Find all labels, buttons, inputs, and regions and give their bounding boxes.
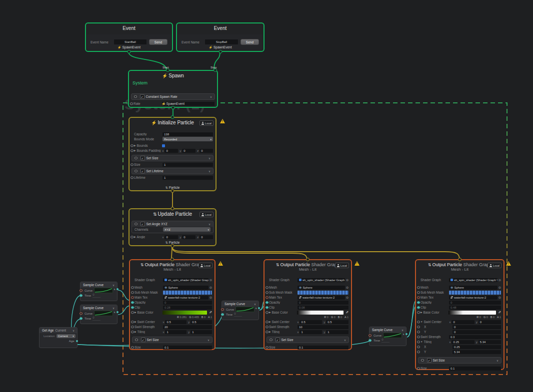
block-activation-port[interactable] bbox=[270, 339, 272, 342]
set-angle-block[interactable]: ✓ Set Angle XYZ ∨ Channels XYZ▾ bbox=[132, 221, 214, 233]
sub-mesh-mask-field[interactable] bbox=[298, 291, 348, 295]
object-picker-icon[interactable]: ⊙ bbox=[498, 286, 501, 289]
warning-icon[interactable] bbox=[506, 261, 511, 266]
collapse-arrow-icon[interactable]: ▼ bbox=[420, 321, 422, 323]
base-color-b[interactable]: 0 bbox=[340, 316, 342, 319]
expand-arrow-icon[interactable]: ▶ bbox=[134, 321, 136, 323]
get-age-node[interactable]: Get Age Current ∨ Location Current▾ Age bbox=[39, 327, 78, 348]
event2-name-input[interactable]: StopBall bbox=[205, 39, 238, 44]
event-node-2[interactable]: Event Event Name StopBall Send ⚡SpawnEve… bbox=[176, 22, 264, 52]
sub-mesh-mask-port[interactable] bbox=[417, 291, 420, 294]
swirl-center-x[interactable]: 0.5 bbox=[165, 320, 186, 324]
main-tex-port[interactable] bbox=[266, 296, 268, 299]
angle-x[interactable]: 0 bbox=[164, 235, 178, 239]
base-color-g[interactable]: 0 bbox=[334, 316, 336, 319]
object-picker-icon[interactable]: ⊙ bbox=[210, 278, 212, 282]
set-size-block[interactable]: ✓ Set Size ∨ bbox=[132, 155, 214, 161]
base-color-b[interactable]: 0 bbox=[493, 316, 494, 319]
base-color-a[interactable]: 1 bbox=[347, 316, 348, 319]
curve-input-port[interactable] bbox=[80, 289, 82, 292]
chevron-down-icon[interactable]: ∨ bbox=[208, 223, 210, 226]
set-size-checkbox[interactable]: ✓ bbox=[141, 338, 146, 342]
output2-input-port[interactable] bbox=[306, 258, 310, 261]
expand-arrow-icon[interactable]: ▶ bbox=[134, 149, 136, 152]
chevron-down-icon[interactable]: ∨ bbox=[208, 170, 210, 173]
swirl-strength-port[interactable] bbox=[266, 326, 268, 329]
time-input-port[interactable] bbox=[80, 294, 82, 297]
collapse-arrow-icon[interactable]: ▼ bbox=[420, 341, 422, 343]
tiling-port[interactable] bbox=[131, 331, 134, 334]
sample-output-port[interactable] bbox=[116, 311, 119, 314]
expand-arrow-icon[interactable]: ▶ bbox=[134, 236, 136, 238]
constant-spawn-rate-block[interactable]: ✓ Constant Spawn Rate ∨ bbox=[131, 93, 215, 100]
block-activation-port[interactable] bbox=[134, 170, 138, 173]
initialize-output-port[interactable] bbox=[171, 189, 174, 193]
mesh-field[interactable]: ⊕Sphere bbox=[449, 286, 498, 290]
clip-port[interactable] bbox=[417, 306, 420, 309]
swirl-strength-value[interactable]: 10 bbox=[298, 325, 348, 329]
main-tex-port[interactable] bbox=[417, 296, 420, 299]
tiling-x-row[interactable]: 0.25 bbox=[452, 345, 501, 349]
time-input-port[interactable] bbox=[368, 339, 372, 342]
curve-input-port[interactable] bbox=[80, 312, 82, 315]
swirl-center-y[interactable]: 0 bbox=[478, 320, 501, 324]
output-particle-node-1[interactable]: ⇅Output Particle Shader Graph Local Mesh… bbox=[129, 259, 216, 350]
initialize-particle-node[interactable]: ⚡Initialize Particle Local Capacity 138 … bbox=[128, 117, 216, 191]
angle-port[interactable] bbox=[130, 236, 134, 239]
local-badge[interactable]: Local bbox=[488, 263, 502, 268]
output-particle-node-3[interactable]: ⇅Output Particle Shader Graph Local Mesh… bbox=[415, 259, 504, 370]
swirl-strength-port[interactable] bbox=[417, 336, 420, 339]
base-color-port[interactable] bbox=[131, 311, 134, 314]
sub-mesh-mask-port[interactable] bbox=[131, 291, 134, 294]
capacity-input[interactable]: 138 bbox=[162, 132, 213, 136]
chevron-down-icon[interactable]: ∨ bbox=[208, 339, 210, 342]
bounds-padding-z[interactable]: 0 bbox=[200, 149, 213, 153]
time-input-port[interactable] bbox=[221, 313, 224, 316]
size-port[interactable] bbox=[266, 346, 268, 349]
set-size-block[interactable]: ✓ Set Size ∨ bbox=[418, 357, 502, 364]
swirl-center-x-row[interactable]: 0 bbox=[452, 325, 501, 329]
event1-name-input[interactable]: StartBall bbox=[114, 39, 146, 44]
base-color-r[interactable]: 0 bbox=[480, 316, 481, 319]
local-badge[interactable]: Local bbox=[200, 120, 214, 126]
chevron-down-icon[interactable]: ∨ bbox=[208, 157, 210, 160]
opacity-port[interactable] bbox=[131, 301, 134, 304]
sample-curve-node-2[interactable]: Sample Curve∨ Curve s Time 0 bbox=[80, 305, 118, 324]
swirl-center-y-port[interactable] bbox=[417, 331, 420, 334]
swirl-strength-value[interactable]: 0.3 bbox=[449, 335, 501, 339]
time-value[interactable]: 0 bbox=[382, 338, 390, 343]
spawn-start-port[interactable] bbox=[166, 68, 170, 72]
tiling-x[interactable]: 1 bbox=[300, 330, 322, 334]
chevron-down-icon[interactable]: ∨ bbox=[254, 303, 256, 306]
time-value[interactable]: 0 bbox=[92, 316, 100, 321]
angle-y[interactable]: 0 bbox=[182, 235, 196, 239]
set-size-block[interactable]: ✓ Set Size ∨ bbox=[266, 337, 349, 343]
bounds-mode-dropdown[interactable]: Recorded▾ bbox=[162, 137, 213, 141]
sample-output-port[interactable] bbox=[406, 333, 408, 336]
sample-output-port[interactable] bbox=[258, 307, 260, 310]
tiling-y[interactable]: 5.34 bbox=[478, 340, 501, 344]
object-picker-icon[interactable]: ⊙ bbox=[498, 296, 501, 299]
time-input-port[interactable] bbox=[80, 317, 82, 320]
swirl-center-port[interactable] bbox=[131, 321, 134, 324]
sample-curve-node-3[interactable]: Sample Curve∨ Curve s Time 0 bbox=[222, 301, 259, 320]
base-color-swatch[interactable] bbox=[162, 311, 207, 315]
expand-arrow-icon[interactable]: ▶ bbox=[269, 331, 270, 333]
spawn-output-port[interactable] bbox=[172, 106, 175, 109]
base-color-r[interactable]: 0 bbox=[327, 316, 328, 319]
mesh-field[interactable]: ⊕Sphere bbox=[163, 286, 208, 290]
sample-curve-node-4[interactable]: Sample Curve∨ Curve s Time 0 bbox=[369, 327, 406, 346]
tiling-port[interactable] bbox=[417, 341, 420, 344]
base-color-a[interactable]: 1 bbox=[500, 316, 501, 319]
base-color-port[interactable] bbox=[266, 311, 268, 314]
output-particle-node-2[interactable]: ⇅Output Particle Shader Graph Local Mesh… bbox=[264, 259, 352, 350]
main-tex-field[interactable]: waterfall-noise-texture-2 bbox=[298, 296, 345, 300]
warning-icon[interactable] bbox=[354, 261, 360, 266]
size-input[interactable]: 0.1 bbox=[449, 367, 501, 371]
tiling-x[interactable]: 0.25 bbox=[452, 340, 474, 344]
base-color-port[interactable] bbox=[417, 311, 420, 314]
spawn-stop-port[interactable] bbox=[214, 68, 217, 72]
event2-send-button[interactable]: Send bbox=[240, 39, 259, 45]
mesh-field[interactable]: ⊕Sphere bbox=[298, 286, 345, 290]
size-port[interactable] bbox=[131, 346, 134, 349]
